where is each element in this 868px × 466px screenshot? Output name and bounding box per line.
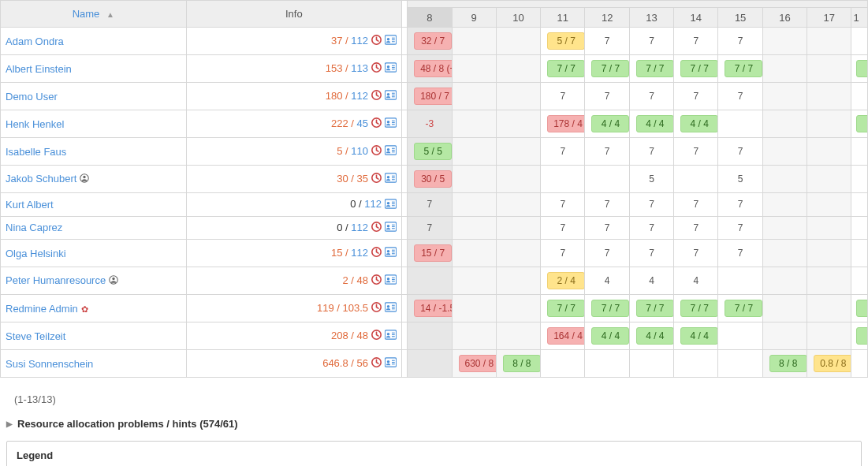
day-cell[interactable]: 14 / -1.5 (408, 295, 452, 322)
day-cell[interactable]: 7 (541, 216, 585, 240)
day-cell[interactable]: 7 (718, 193, 762, 217)
day-header-16[interactable]: 16 (762, 8, 807, 28)
day-cell[interactable] (496, 193, 540, 217)
day-cell[interactable]: 7 (674, 138, 718, 166)
clock-icon[interactable] (371, 62, 382, 75)
day-cell[interactable] (762, 295, 807, 322)
day-cell[interactable]: 7 (629, 28, 673, 55)
day-cell[interactable]: 7 (585, 83, 629, 110)
user-link[interactable]: Jakob Schubert (6, 173, 76, 185)
day-cell[interactable]: 4 (851, 110, 868, 138)
day-cell[interactable]: 7 (629, 193, 673, 217)
day-cell[interactable] (496, 240, 540, 267)
day-cell[interactable] (496, 166, 540, 193)
user-link[interactable]: Henk Henkel (6, 118, 64, 130)
day-cell[interactable] (496, 295, 540, 322)
day-cell[interactable] (762, 28, 807, 55)
day-cell[interactable] (762, 267, 807, 295)
day-cell[interactable] (408, 322, 452, 350)
day-cell[interactable] (541, 166, 585, 193)
user-link[interactable]: Albert Einstein (6, 63, 72, 75)
day-cell[interactable]: 4 / 4 (674, 322, 718, 350)
day-cell[interactable]: 30 / 5 (408, 166, 452, 193)
day-cell[interactable]: 7 (585, 193, 629, 217)
vcard-icon[interactable] (385, 274, 397, 287)
day-cell[interactable] (452, 240, 496, 267)
clock-icon[interactable] (371, 35, 382, 47)
day-cell[interactable]: 32 / 7 (408, 28, 452, 55)
vcard-icon[interactable] (385, 357, 397, 370)
day-cell[interactable] (674, 350, 718, 378)
day-cell[interactable]: 4 / 4 (585, 322, 629, 350)
day-cell[interactable]: 4 / 4 (674, 110, 718, 138)
day-cell[interactable] (452, 166, 496, 193)
day-cell[interactable]: 5 / 7 (541, 28, 585, 55)
day-cell[interactable] (807, 216, 851, 240)
info-denom-link[interactable]: 113 (351, 62, 368, 74)
day-cell[interactable]: 8 / 8 (762, 350, 807, 378)
day-cell[interactable] (807, 322, 851, 350)
clock-icon[interactable] (371, 90, 382, 103)
day-header-8[interactable]: 8 (408, 8, 452, 28)
day-cell[interactable] (496, 83, 540, 110)
user-link[interactable]: Redmine Admin (6, 303, 78, 315)
day-cell[interactable] (762, 83, 807, 110)
day-cell[interactable]: 7 / 7 (585, 295, 629, 322)
day-cell[interactable]: 180 / 7 (408, 83, 452, 110)
vcard-icon[interactable] (385, 330, 397, 342)
resource-problems-toggle[interactable]: ▶ Resource allocation problems / hints (… (6, 418, 862, 430)
user-link[interactable]: Susi Sonnenschein (6, 358, 93, 370)
user-link[interactable]: Isabelle Faus (6, 146, 66, 158)
day-cell[interactable] (851, 267, 868, 295)
day-cell[interactable] (807, 295, 851, 322)
info-denom-link[interactable]: 112 (351, 90, 368, 102)
day-cell[interactable]: 7 (585, 240, 629, 267)
day-cell[interactable]: 7 (585, 216, 629, 240)
day-cell[interactable]: 7 (408, 193, 452, 217)
day-cell[interactable] (452, 322, 496, 350)
day-cell[interactable] (452, 55, 496, 83)
day-cell[interactable]: 5 / 5 (408, 138, 452, 166)
day-cell[interactable] (762, 240, 807, 267)
day-cell[interactable]: 7 (541, 193, 585, 217)
day-cell[interactable] (718, 322, 762, 350)
day-cell[interactable]: 7 (674, 193, 718, 217)
info-denom-link[interactable]: 112 (351, 247, 368, 259)
day-header-12[interactable]: 12 (585, 8, 629, 28)
day-cell[interactable]: 7 / 7 (718, 295, 762, 322)
day-cell[interactable]: 4 / 4 (585, 110, 629, 138)
day-cell[interactable] (807, 138, 851, 166)
day-cell[interactable] (851, 240, 868, 267)
day-cell[interactable]: 7 (718, 138, 762, 166)
day-cell[interactable]: 7 (629, 240, 673, 267)
info-denom-link[interactable]: 45 (357, 117, 368, 129)
clock-icon[interactable] (371, 222, 382, 234)
day-cell[interactable]: 630 / 8 (452, 350, 496, 378)
day-cell[interactable]: 4 (629, 267, 673, 295)
clock-icon[interactable] (371, 357, 382, 370)
day-cell[interactable]: 0.8 / 8 (807, 350, 851, 378)
user-link[interactable]: Adam Ondra (6, 35, 64, 47)
day-cell[interactable]: 178 / 4 (541, 110, 585, 138)
day-cell[interactable] (762, 216, 807, 240)
day-cell[interactable]: 7 (629, 83, 673, 110)
day-cell[interactable]: 4 (674, 267, 718, 295)
day-header-15[interactable]: 15 (718, 8, 762, 28)
clock-icon[interactable] (371, 302, 382, 315)
user-link[interactable]: Nina Caprez (6, 222, 62, 233)
info-denom-link[interactable]: 112 (351, 35, 368, 47)
day-cell[interactable] (452, 295, 496, 322)
day-cell[interactable] (496, 138, 540, 166)
day-cell[interactable]: 7 (541, 138, 585, 166)
vcard-icon[interactable] (385, 62, 397, 75)
day-cell[interactable] (452, 267, 496, 295)
day-cell[interactable] (718, 110, 762, 138)
day-cell[interactable]: 7 (851, 55, 868, 83)
column-header-name[interactable]: Name ▲ (1, 1, 187, 28)
day-cell[interactable]: 7 (541, 240, 585, 267)
day-cell[interactable]: -3 (408, 110, 452, 138)
day-cell[interactable] (807, 267, 851, 295)
day-cell[interactable]: 7 (408, 216, 452, 240)
user-link[interactable]: Demo User (6, 91, 58, 103)
day-cell[interactable] (496, 322, 540, 350)
